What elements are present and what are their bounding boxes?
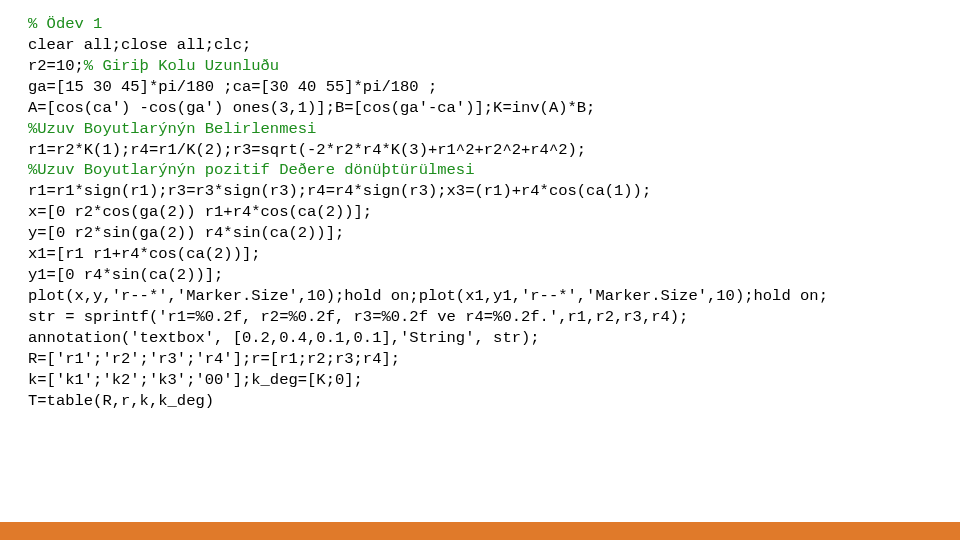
comment-8: %Uzuv Boyutlarýnýn pozitif Deðere dönüþt…	[28, 161, 474, 179]
code-line-5: A=[cos(ca') -cos(ga') ones(3,1)];B=[cos(…	[28, 99, 595, 117]
code-line-12: x1=[r1 r1+r4*cos(ca(2))];	[28, 245, 261, 263]
code-line-13: y1=[0 r4*sin(ca(2))];	[28, 266, 223, 284]
footer-bar	[0, 522, 960, 540]
comment-3b: % Giriþ Kolu Uzunluðu	[84, 57, 279, 75]
code-line-18: k=['k1';'k2';'k3';'00'];k_deg=[K;0];	[28, 371, 363, 389]
slide: % Ödev 1 clear all;close all;clc; r2=10;…	[0, 0, 960, 540]
code-line-14: plot(x,y,'r--*','Marker.Size',10);hold o…	[28, 287, 828, 305]
code-block: % Ödev 1 clear all;close all;clc; r2=10;…	[28, 14, 940, 412]
code-line-2: clear all;close all;clc;	[28, 36, 251, 54]
code-line-15: str = sprintf('r1=%0.2f, r2=%0.2f, r3=%0…	[28, 308, 688, 326]
code-line-16: annotation('textbox', [0.2,0.4,0.1,0.1],…	[28, 329, 540, 347]
code-line-17: R=['r1';'r2';'r3';'r4'];r=[r1;r2;r3;r4];	[28, 350, 400, 368]
code-line-11: y=[0 r2*sin(ga(2)) r4*sin(ca(2))];	[28, 224, 344, 242]
code-line-3a: r2=10;	[28, 57, 84, 75]
comment-6: %Uzuv Boyutlarýnýn Belirlenmesi	[28, 120, 316, 138]
code-line-19: T=table(R,r,k,k_deg)	[28, 392, 214, 410]
code-line-7: r1=r2*K(1);r4=r1/K(2);r3=sqrt(-2*r2*r4*K…	[28, 141, 586, 159]
code-line-4: ga=[15 30 45]*pi/180 ;ca=[30 40 55]*pi/1…	[28, 78, 437, 96]
code-line-9: r1=r1*sign(r1);r3=r3*sign(r3);r4=r4*sign…	[28, 182, 651, 200]
code-line-10: x=[0 r2*cos(ga(2)) r1+r4*cos(ca(2))];	[28, 203, 372, 221]
comment-1: % Ödev 1	[28, 15, 102, 33]
